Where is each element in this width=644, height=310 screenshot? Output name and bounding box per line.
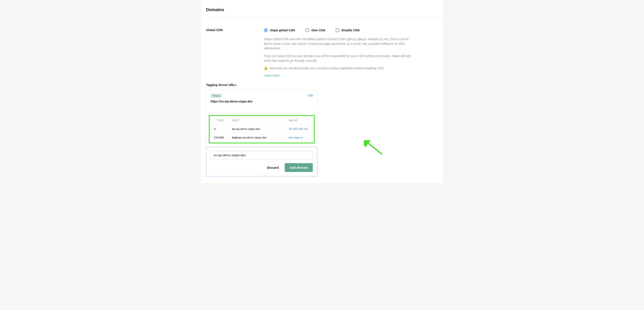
svg-line-1 [366, 142, 382, 154]
add-domain-button[interactable]: Add domain [285, 163, 313, 172]
warning-icon: ⚠️ [264, 66, 268, 71]
dns-value-link[interactable]: 35.195.159.201 [289, 127, 308, 130]
discard-button[interactable]: Discard [264, 164, 282, 172]
status-badge: Ready [210, 94, 222, 98]
dns-type: CNAME [210, 133, 230, 142]
radio-icon [336, 28, 339, 32]
radio-icon [264, 28, 268, 32]
domain-input[interactable] [211, 151, 313, 159]
radio-label: Own CDN [311, 28, 325, 32]
add-domain-card: Discard Add domain [206, 147, 318, 177]
table-row: CNAME load.ss.wp-demo.stape.dev leu.stap… [210, 133, 313, 142]
radio-label: Disable CDN [342, 28, 360, 32]
dns-host: load.ss.wp-demo.stape.dev [230, 133, 272, 142]
global-cdn-label: Global CDN [206, 28, 264, 32]
col-header-value: VALUE [272, 117, 313, 125]
radio-disable-cdn[interactable]: Disable CDN [336, 28, 360, 32]
table-row: A ss.wp-demo.stape.dev 35.195.159.201 [210, 125, 313, 133]
col-header-host: HOST [230, 117, 272, 125]
tagging-server-card: Ready https://ss.wp-demo.stape.dev Edit … [206, 90, 318, 143]
tagging-server-url: https://ss.wp-demo.stape.dev [210, 100, 252, 103]
edit-link[interactable]: Edit [308, 94, 313, 97]
cdn-warning-text: ⚠️ Note that you should consider your co… [264, 66, 414, 71]
learn-more-link[interactable]: Learn more [264, 74, 279, 77]
col-header-type: TYPE [210, 117, 230, 125]
cdn-help-text-2: If you are using CDN on your domains you… [264, 54, 414, 63]
cdn-help-text-1: Stape Global CDN uses the Cloudflare pla… [264, 37, 414, 51]
dns-type: A [210, 125, 230, 133]
dns-value-link[interactable]: leu.stape.io [289, 136, 303, 139]
radio-label: Stape global CDN [270, 28, 295, 32]
radio-icon [305, 28, 309, 32]
dns-records-highlight: TYPE HOST VALUE A ss.wp-demo.stape.dev 3… [209, 115, 315, 144]
radio-stape-global-cdn[interactable]: Stape global CDN [264, 28, 295, 32]
dns-records-table: TYPE HOST VALUE A ss.wp-demo.stape.dev 3… [210, 117, 313, 142]
annotation-arrow-icon [364, 140, 385, 157]
dns-host: ss.wp-demo.stape.dev [230, 125, 272, 133]
page-title: Domains [206, 7, 438, 12]
tagging-server-urls-label: Tagging Server URLs [206, 83, 438, 86]
radio-own-cdn[interactable]: Own CDN [305, 28, 325, 32]
